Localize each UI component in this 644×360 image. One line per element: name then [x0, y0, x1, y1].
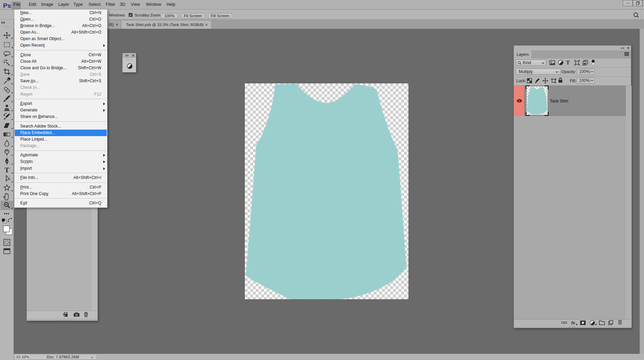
svg-text:T: T — [4, 166, 9, 174]
